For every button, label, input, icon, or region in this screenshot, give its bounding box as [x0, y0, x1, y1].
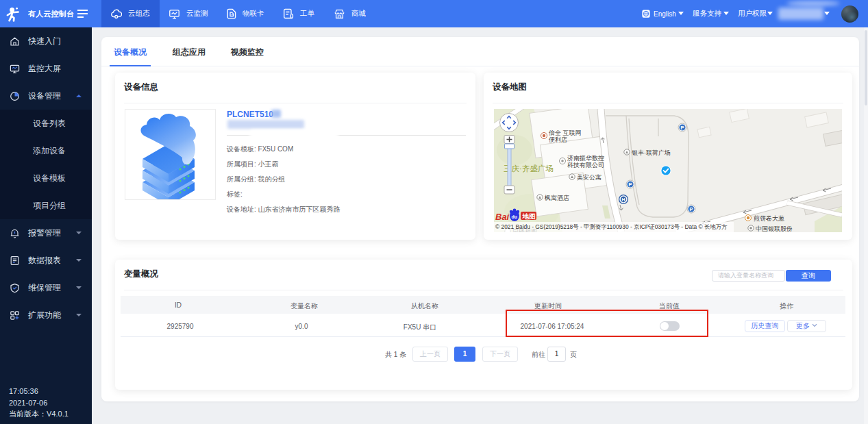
- svg-text:便利店: 便利店: [549, 136, 567, 143]
- svg-text:H: H: [621, 197, 625, 202]
- svg-text:Bai: Bai: [495, 212, 510, 222]
- svg-text:P: P: [628, 182, 632, 188]
- svg-text:美安公寓: 美安公寓: [577, 174, 602, 181]
- svg-text:煎饼卷大葱: 煎饼卷大葱: [754, 215, 784, 222]
- svg-text:济南振华数控: 济南振华数控: [567, 155, 604, 162]
- svg-text:P: P: [689, 206, 693, 212]
- svg-text:银丰·联荷广场: 银丰·联荷广场: [632, 149, 671, 156]
- svg-text:枫寓酒店: 枫寓酒店: [544, 195, 569, 201]
- svg-text:地图: 地图: [522, 212, 536, 220]
- svg-text:© 2021 Baidu - GS(2019)5218号 -: © 2021 Baidu - GS(2019)5218号 - 甲测资字11009…: [495, 223, 728, 230]
- svg-text:中国银联股份: 中国银联股份: [756, 225, 793, 232]
- svg-text:du: du: [512, 214, 518, 219]
- svg-text:科技有限公司: 科技有限公司: [567, 162, 604, 169]
- svg-text:P: P: [680, 125, 684, 131]
- svg-text:倍全 互联网: 倍全 互联网: [549, 129, 582, 136]
